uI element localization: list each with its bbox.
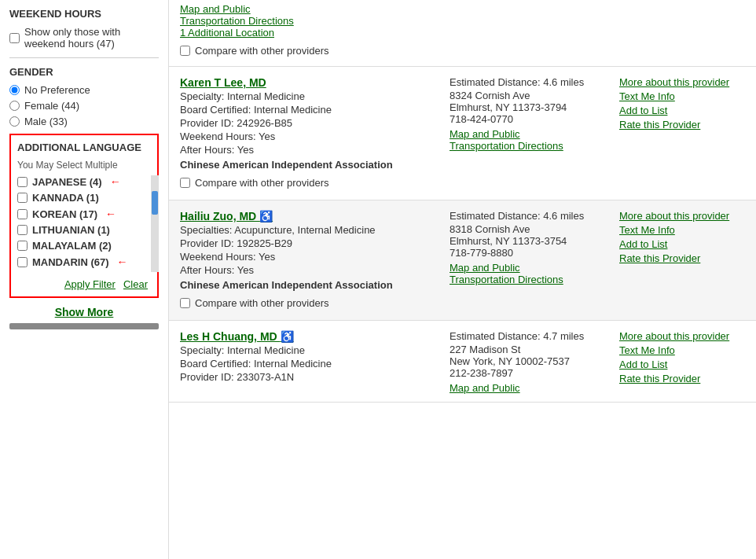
- address1-karen: 8324 Cornish Ave: [450, 90, 607, 101]
- compare-row-hailiu: Compare with other providers: [180, 291, 745, 312]
- provider-actions-les: More about this provider Text Me Info Ad…: [619, 330, 745, 394]
- more-about-hailiu[interactable]: More about this provider: [619, 210, 745, 222]
- more-about-karen[interactable]: More about this provider: [619, 76, 745, 88]
- map-public-link[interactable]: Map and Public: [180, 3, 251, 15]
- more-about-les[interactable]: More about this provider: [619, 330, 745, 342]
- sidebar: WEEKEND HOURS Show only those with weeke…: [0, 0, 169, 559]
- provider-card-karen: Karen T Lee, MD Specialty: Internal Medi…: [169, 67, 756, 200]
- compare-label-top: Compare with other providers: [195, 45, 329, 57]
- wheelchair-icon-les: ♿: [281, 330, 294, 343]
- provider-actions-hailiu: More about this provider Text Me Info Ad…: [619, 210, 745, 291]
- add-to-list-karen[interactable]: Add to List: [619, 105, 745, 116]
- provider-info-karen: Karen T Lee, MD Specialty: Internal Medi…: [180, 76, 437, 171]
- text-me-les[interactable]: Text Me Info: [619, 344, 745, 356]
- filter-actions: Apply Filter Clear: [17, 278, 151, 290]
- lang-lithuanian: LITHUANIAN (1): [17, 224, 149, 236]
- lang-japanese: JAPANESE (4) ←: [17, 175, 149, 188]
- address2-hailiu: Elmhurst, NY 11373-3754: [450, 235, 607, 247]
- bottom-scrollbar[interactable]: [9, 323, 159, 329]
- compare-checkbox-hailiu[interactable]: [180, 298, 190, 308]
- gender-female-radio[interactable]: [9, 101, 20, 111]
- lang-japanese-label: JAPANESE (4): [32, 176, 102, 188]
- gender-no-preference: No Preference: [9, 84, 159, 96]
- provider-card-les: Les H Chuang, MD ♿ Specialty: Internal M…: [169, 321, 756, 403]
- additional-location-link[interactable]: 1 Additional Location: [180, 27, 274, 39]
- distance-label-karen: Estimated Distance: 4.6 miles: [450, 76, 607, 88]
- provider-specialty-karen: Specialty: Internal Medicine: [180, 90, 437, 102]
- provider-specialty-hailiu: Specialties: Acupuncture, Internal Medic…: [180, 224, 437, 236]
- provider-board-karen: Board Certified: Internal Medicine: [180, 104, 437, 116]
- address2-karen: Elmhurst, NY 11373-3794: [450, 101, 607, 113]
- text-me-hailiu[interactable]: Text Me Info: [619, 224, 745, 236]
- provider-weekend-hailiu: Weekend Hours: Yes: [180, 251, 437, 263]
- provider-name-karen[interactable]: Karen T Lee, MD: [180, 76, 437, 89]
- gender-male-radio[interactable]: [9, 116, 20, 127]
- compare-label-karen: Compare with other providers: [195, 177, 329, 189]
- map-link-les[interactable]: Map and Public: [450, 382, 607, 394]
- provider-name-les[interactable]: Les H Chuang, MD ♿: [180, 330, 437, 343]
- top-links-section: Map and Public Transportation Directions…: [169, 0, 756, 67]
- lang-mandarin: MANDARIN (67) ←: [17, 256, 149, 268]
- transportation-directions-link-top[interactable]: Transportation Directions: [180, 15, 294, 27]
- address2-les: New York, NY 10002-7537: [450, 355, 607, 367]
- provider-card-hailiu: Hailiu Zuo, MD ♿ Specialties: Acupunctur…: [169, 200, 756, 321]
- additional-language-section: ADDITIONAL LANGUAGE You May Select Multi…: [9, 134, 159, 298]
- lang-mandarin-label: MANDARIN (67): [32, 256, 109, 268]
- weekend-hours-label: Show only those with weekend hours (47): [24, 26, 159, 50]
- provider-id-karen: Provider ID: 242926-B85: [180, 117, 437, 129]
- text-me-karen[interactable]: Text Me Info: [619, 90, 745, 102]
- scrollbar-thumb[interactable]: [152, 191, 158, 215]
- compare-checkbox-top[interactable]: [180, 46, 190, 56]
- distance-label-les: Estimated Distance: 4.7 miles: [450, 330, 607, 342]
- gender-male: Male (33): [9, 116, 159, 127]
- clear-button[interactable]: Clear: [123, 278, 148, 290]
- lang-malayalam-checkbox[interactable]: [17, 241, 28, 251]
- provider-specialty-les: Specialty: Internal Medicine: [180, 344, 437, 356]
- lang-kannada-checkbox[interactable]: [17, 193, 28, 203]
- lang-kannada-label: KANNADA (1): [32, 192, 99, 204]
- gender-female-label: Female (44): [24, 100, 79, 112]
- compare-label-hailiu: Compare with other providers: [195, 297, 329, 309]
- address1-les: 227 Madison St: [450, 344, 607, 355]
- gender-female: Female (44): [9, 100, 159, 112]
- phone-les: 212-238-7897: [450, 367, 607, 379]
- you-may-select: You May Select Multiple: [17, 160, 151, 171]
- rate-provider-les[interactable]: Rate this Provider: [619, 373, 745, 384]
- lang-mandarin-checkbox[interactable]: [17, 257, 28, 267]
- gender-no-preference-radio[interactable]: [9, 85, 20, 95]
- map-link-karen[interactable]: Map and PublicTransportation Directions: [450, 128, 607, 152]
- gender-male-label: Male (33): [24, 116, 68, 127]
- lang-lithuanian-checkbox[interactable]: [17, 225, 28, 235]
- rate-provider-karen[interactable]: Rate this Provider: [619, 119, 745, 131]
- provider-id-hailiu: Provider ID: 192825-B29: [180, 237, 437, 249]
- provider-org-hailiu: Chinese American Independent Association: [180, 279, 437, 291]
- provider-row-les: Les H Chuang, MD ♿ Specialty: Internal M…: [180, 330, 745, 394]
- compare-checkbox-karen[interactable]: [180, 178, 190, 188]
- provider-name-hailiu[interactable]: Hailiu Zuo, MD ♿: [180, 210, 437, 222]
- add-to-list-hailiu[interactable]: Add to List: [619, 238, 745, 250]
- provider-org-karen: Chinese American Independent Association: [180, 159, 437, 171]
- show-more-button[interactable]: Show More: [9, 306, 159, 318]
- provider-info-les: Les H Chuang, MD ♿ Specialty: Internal M…: [180, 330, 437, 394]
- weekend-hours-title: WEEKEND HOURS: [9, 8, 159, 20]
- add-to-list-les[interactable]: Add to List: [619, 359, 745, 370]
- provider-board-les: Board Certified: Internal Medicine: [180, 358, 437, 370]
- provider-id-les: Provider ID: 233073-A1N: [180, 371, 437, 383]
- provider-row-hailiu: Hailiu Zuo, MD ♿ Specialties: Acupunctur…: [180, 210, 745, 291]
- provider-row-karen: Karen T Lee, MD Specialty: Internal Medi…: [180, 76, 745, 171]
- lang-japanese-checkbox[interactable]: [17, 177, 28, 187]
- main-content: Map and Public Transportation Directions…: [169, 0, 756, 559]
- apply-filter-button[interactable]: Apply Filter: [64, 278, 116, 290]
- map-link-hailiu[interactable]: Map and PublicTransportation Directions: [450, 262, 607, 285]
- provider-info-hailiu: Hailiu Zuo, MD ♿ Specialties: Acupunctur…: [180, 210, 437, 291]
- provider-actions-karen: More about this provider Text Me Info Ad…: [619, 76, 745, 171]
- weekend-hours-checkbox-row: Show only those with weekend hours (47): [9, 26, 159, 50]
- rate-provider-hailiu[interactable]: Rate this Provider: [619, 252, 745, 264]
- lang-korean: KOREAN (17) ←: [17, 208, 149, 220]
- additional-language-title: ADDITIONAL LANGUAGE: [17, 142, 151, 153]
- korean-arrow: ←: [105, 208, 116, 220]
- weekend-hours-checkbox[interactable]: [9, 33, 20, 43]
- scrollbar-track[interactable]: [151, 175, 159, 272]
- lang-korean-checkbox[interactable]: [17, 209, 28, 219]
- compare-row-top: Compare with other providers: [180, 39, 745, 60]
